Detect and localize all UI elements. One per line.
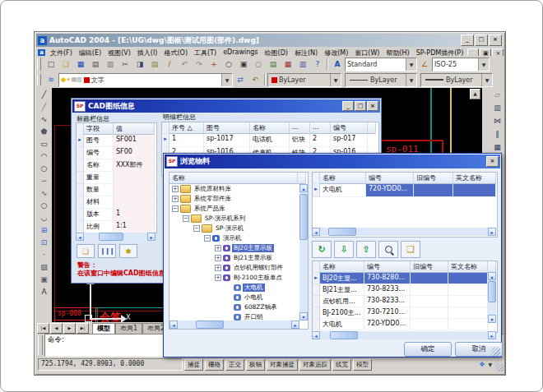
browse-dialog-titlebar[interactable]: SP 浏览物料 × <box>165 154 500 168</box>
layer-manager-icon[interactable]: ≋ <box>44 73 58 87</box>
chevron-down-icon[interactable]: ▼ <box>221 74 232 86</box>
line-icon[interactable]: ╱ <box>38 88 50 100</box>
tree-item[interactable]: 小电机 <box>169 293 299 302</box>
column-header[interactable]: 值 <box>114 123 155 135</box>
search-icon[interactable] <box>378 241 398 258</box>
scroll-right-icon[interactable]: ▸ <box>488 228 496 236</box>
tree-item[interactable]: 开口销 <box>169 312 299 321</box>
designcenter-icon[interactable]: ▦ <box>281 58 295 71</box>
ellipse-icon[interactable]: ○ <box>38 199 50 211</box>
point-icon[interactable]: · <box>38 248 50 261</box>
close-button[interactable]: × <box>489 35 502 46</box>
undo-icon[interactable]: ↶ <box>177 58 192 71</box>
status-toggle-捕捉[interactable]: 捕捉 <box>184 359 203 371</box>
status-toggle-模型[interactable]: 模型 <box>353 359 372 371</box>
tree-item[interactable]: +BJ-2100主板单点 <box>169 273 299 283</box>
column-header[interactable]: 英文名称 <box>453 173 496 184</box>
bom-vscrollbar[interactable]: ▴ ▾ <box>488 272 496 323</box>
maximize-button[interactable]: □ <box>475 35 488 46</box>
open-icon[interactable]: ❏ <box>58 58 73 71</box>
table-row[interactable]: ▸BJ20主显...730-8280... <box>313 273 497 284</box>
scroll-thumb[interactable] <box>299 194 308 240</box>
expand-icon[interactable]: + <box>172 196 179 202</box>
expand-icon[interactable]: + <box>215 255 221 261</box>
text-style-combo[interactable]: Standard ▼ <box>345 58 417 71</box>
tree-hscrollbar[interactable]: ◂ ▸ <box>169 321 299 329</box>
scroll-thumb[interactable] <box>488 281 496 302</box>
tree-item[interactable]: +系统原材料库 <box>169 184 299 194</box>
toolbar-grip[interactable] <box>37 74 41 85</box>
column-header[interactable]: 序号 △ <box>169 122 204 134</box>
scroll-up-icon[interactable]: ▴ <box>488 272 496 280</box>
copy-icon[interactable]: ◨ <box>132 58 147 71</box>
table-row[interactable]: 比例1:1 <box>77 221 156 233</box>
text-icon[interactable]: A <box>38 285 50 297</box>
dimstyle-icon[interactable]: ∠ <box>417 58 432 71</box>
tree-item[interactable]: +BJ21主显示板 <box>169 253 299 263</box>
scroll-left-icon[interactable]: ◂ <box>312 228 320 236</box>
table-row[interactable]: ▸1sp-1017电话机铝块2sp-017 <box>162 134 378 147</box>
column-header[interactable]: 字段 <box>84 123 114 135</box>
zoom-window-icon[interactable]: ▣ <box>236 58 251 71</box>
top-grid-hscrollbar[interactable]: ◂ ▸ <box>312 228 496 236</box>
tree-item[interactable]: 608ZZ轴承 <box>169 302 299 312</box>
construction-line-icon[interactable]: ╱ <box>38 100 50 113</box>
layer-previous-icon[interactable]: ↶ <box>248 73 262 87</box>
circle-icon[interactable]: ○ <box>38 162 50 174</box>
scroll-thumb[interactable] <box>328 228 356 236</box>
bom-hscrollbar[interactable]: ◂ ▸ <box>312 331 496 339</box>
hatch-icon[interactable]: ▨ <box>38 261 50 273</box>
arc-icon[interactable]: ◠ <box>38 150 50 162</box>
properties-icon[interactable]: ▤ <box>266 58 281 71</box>
save-icon[interactable]: ▦ <box>73 58 88 71</box>
maximize-button[interactable]: □ <box>355 101 366 111</box>
toolpalettes-icon[interactable]: ▥ <box>295 58 310 71</box>
offset-icon[interactable]: ∥ <box>491 127 504 141</box>
tree-item[interactable]: +点钞机用螺钉部件 <box>169 263 299 273</box>
table-row[interactable]: BJ-2100主...730-7210... <box>313 307 497 319</box>
table-row[interactable]: 点钞机用...730-8233... <box>313 296 497 307</box>
coordinates-readout[interactable]: 725.1794, 429.8903, 0.0000 <box>38 358 183 371</box>
ellipse-arc-icon[interactable]: ◡ <box>38 211 50 224</box>
scroll-right-icon[interactable]: ▸ <box>147 233 155 241</box>
paste-icon[interactable]: ▤ <box>147 58 162 71</box>
table-row[interactable]: 材料 <box>77 196 156 209</box>
scroll-up-icon[interactable]: ▴ <box>299 184 308 192</box>
communication-center-icon[interactable]: ❖ <box>479 361 485 368</box>
lineweight-combo[interactable]: ByLayer ▼ <box>420 73 493 87</box>
status-toggle-栅格[interactable]: 栅格 <box>205 359 224 371</box>
erase-icon[interactable]: ▱ <box>491 88 504 101</box>
layer-combo[interactable]: ● ☀ ▤ ▥ 文字 ▼ <box>58 73 233 87</box>
command-grip[interactable] <box>38 335 43 355</box>
table-row[interactable]: BJ21主显...730-8233... <box>313 284 497 296</box>
chevron-down-icon[interactable]: ▼ <box>478 58 489 71</box>
titleblock-hscrollbar[interactable]: ◂ ▸ <box>76 233 155 241</box>
column-header[interactable]: 旧编号 <box>411 261 448 273</box>
scroll-left-icon[interactable]: ◂ <box>169 321 178 329</box>
tab-last-icon[interactable]: ▶| <box>77 323 89 334</box>
linetype-combo[interactable]: ByLayer ▼ <box>345 73 417 87</box>
preview-icon[interactable]: ▥ <box>103 58 118 71</box>
title-bar[interactable]: a AutoCAD 2004 - [E:\UG\dwg\图框\测试用图(部件).… <box>36 34 504 47</box>
tree-item[interactable]: −SP-演示机系列 <box>169 214 299 224</box>
region-icon[interactable]: ▣ <box>38 273 50 285</box>
scroll-thumb[interactable] <box>196 321 224 329</box>
status-toggle-对象追踪[interactable]: 对象追踪 <box>299 359 331 371</box>
tab-model[interactable]: 模型 <box>92 323 115 334</box>
tree-item[interactable]: 大电机 <box>169 283 299 293</box>
revcloud-icon[interactable]: ∽ <box>38 174 50 187</box>
scroll-left-icon[interactable]: ◂ <box>312 331 320 339</box>
array-icon[interactable]: ▦ <box>491 141 504 154</box>
tab-first-icon[interactable]: |◀ <box>37 323 49 334</box>
scroll-thumb[interactable] <box>99 233 123 241</box>
minimize-button[interactable]: _ <box>461 35 474 46</box>
polygon-icon[interactable]: ⬟ <box>38 125 50 137</box>
cad-info-dialog-titlebar[interactable]: SP CAD图纸信息 _ □ × <box>72 99 380 113</box>
tree-header[interactable]: 名称 <box>169 173 298 184</box>
column-header[interactable]: 编号 <box>364 261 411 273</box>
polyline-icon[interactable]: ∿ <box>38 113 50 125</box>
help-icon[interactable]: ? <box>310 58 325 71</box>
table-row[interactable]: ▸大电机720-YDD0... <box>313 184 497 197</box>
color-combo[interactable]: ByLayer ▼ <box>267 73 341 87</box>
table-row[interactable]: 数量 <box>77 184 156 196</box>
